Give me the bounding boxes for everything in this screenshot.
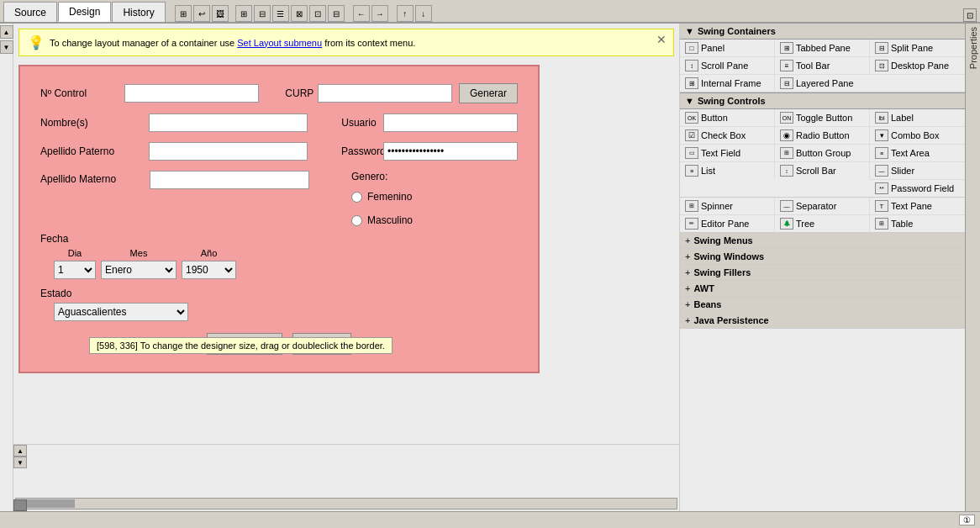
- toolbar-icon-4[interactable]: [230, 5, 234, 22]
- dia-dropdown[interactable]: 123: [54, 261, 96, 279]
- toolbar-icon-13[interactable]: ↑: [397, 5, 414, 22]
- comp-spinner[interactable]: ⊞ Spinner: [680, 198, 775, 214]
- radio-masculino[interactable]: [351, 215, 362, 226]
- tab-bar: Source Design History ⊞ ↩ 🖼 ⊞ ⊟ ☰ ⊠ ⊡ ⊟ …: [0, 0, 980, 24]
- comp-scroll-bar[interactable]: ↕ Scroll Bar: [775, 161, 870, 179]
- año-dropdown[interactable]: 19501951: [182, 261, 236, 279]
- comp-text-pane[interactable]: T Text Pane: [870, 198, 965, 214]
- comp-tabbed-pane[interactable]: ⊞ Tabbed Pane: [775, 40, 870, 56]
- form-row-3: Apellido Paterno Password: [40, 142, 518, 161]
- comp-editor-pane[interactable]: ✏ Editor Pane: [680, 214, 775, 232]
- section-swing-windows[interactable]: + Swing Windows: [680, 249, 965, 265]
- input-nombre[interactable]: [149, 114, 308, 132]
- design-canvas[interactable]: Nº Control CURP Generar Nombre(s) Usuari…: [13, 60, 679, 444]
- input-apellido-paterno[interactable]: [149, 142, 308, 161]
- comp-label[interactable]: lbl Label: [870, 109, 965, 126]
- mini-scroll-up[interactable]: ▲: [13, 445, 27, 457]
- swing-containers-grid: □ Panel ⊞ Tabbed Pane ⊟ Split Pane ↕ Scr…: [680, 40, 965, 92]
- input-ncontrol[interactable]: [124, 84, 259, 103]
- awt-expand-icon: +: [685, 283, 690, 293]
- comp-radio-button[interactable]: ◉ Radio Button: [775, 126, 870, 144]
- button-label: Button: [701, 113, 728, 123]
- tab-source[interactable]: Source: [3, 2, 57, 22]
- horizontal-scrollbar[interactable]: [15, 498, 677, 510]
- toolbar-icon-14[interactable]: ↓: [415, 5, 432, 22]
- fecha-section: Fecha Dia 123 Mes Enero: [40, 233, 518, 279]
- h-scroll-thumb[interactable]: [24, 499, 75, 508]
- año-col: Año 19501951: [182, 248, 236, 279]
- tool-bar-label: Tool Bar: [796, 61, 830, 71]
- text-area-label: Text Area: [891, 148, 930, 158]
- input-curp[interactable]: [318, 84, 452, 103]
- toolbar-icon-12[interactable]: →: [371, 5, 388, 22]
- toolbar-icon-8[interactable]: ⊠: [291, 5, 308, 22]
- comp-desktop-pane[interactable]: ⊡ Desktop Pane: [870, 56, 965, 74]
- comp-layered-pane[interactable]: ⊟ Layered Pane: [775, 74, 870, 92]
- comp-internal-frame[interactable]: ⊞ Internal Frame: [680, 74, 775, 92]
- status-bar: ①: [0, 511, 980, 528]
- scroll-up-btn[interactable]: ▲: [0, 25, 13, 39]
- toolbar-icon-7[interactable]: ☰: [272, 5, 289, 22]
- tab-history[interactable]: History: [112, 2, 165, 22]
- properties-sidebar[interactable]: Properties: [965, 24, 980, 511]
- toolbar-icon-1[interactable]: ⊞: [175, 5, 192, 22]
- text-pane-icon: T: [875, 200, 888, 212]
- button-group-icon: ⊞: [780, 147, 793, 159]
- mini-scroll-down[interactable]: ▼: [13, 457, 27, 468]
- comp-button-group[interactable]: ⊞ Button Group: [775, 144, 870, 161]
- scroll-down-btn[interactable]: ▼: [0, 40, 13, 54]
- comp-table[interactable]: ⊞ Table: [870, 214, 965, 232]
- editor-pane-icon: ✏: [685, 218, 698, 230]
- estado-dropdown[interactable]: Aguascalientes: [54, 303, 188, 321]
- comp-password-field[interactable]: ** Password Field: [870, 179, 965, 197]
- comp-slider[interactable]: — Slider: [870, 161, 965, 179]
- año-label: Año: [201, 248, 218, 258]
- comp-toggle-button[interactable]: ON Toggle Button: [775, 109, 870, 126]
- input-password[interactable]: [383, 142, 518, 161]
- comp-list[interactable]: ≡ List: [680, 161, 775, 179]
- radio-femenino[interactable]: [351, 192, 362, 203]
- section-beans[interactable]: + Beans: [680, 297, 965, 313]
- label-label: Label: [891, 113, 914, 123]
- section-java-persistence[interactable]: + Java Persistence: [680, 313, 965, 329]
- comp-tool-bar[interactable]: ≡ Tool Bar: [775, 56, 870, 74]
- comp-text-area[interactable]: ≡ Text Area: [870, 144, 965, 161]
- toolbar-icon-3[interactable]: 🖼: [212, 5, 229, 22]
- comp-text-field[interactable]: ▭ Text Field: [680, 144, 775, 161]
- label-password: Password: [341, 145, 383, 157]
- section-swing-fillers[interactable]: + Swing Fillers: [680, 265, 965, 281]
- toolbar-icon-10[interactable]: ⊟: [328, 5, 345, 22]
- tab-design[interactable]: Design: [58, 2, 111, 22]
- comp-split-pane[interactable]: ⊟ Split Pane: [870, 40, 965, 56]
- toolbar-icon-6[interactable]: ⊟: [254, 5, 271, 22]
- section-swing-menus[interactable]: + Swing Menus: [680, 233, 965, 249]
- tabbed-pane-label: Tabbed Pane: [796, 43, 851, 53]
- info-close-button[interactable]: ✕: [656, 33, 667, 46]
- combo-box-icon: ▾: [875, 129, 888, 141]
- generar-button[interactable]: Generar: [459, 83, 518, 103]
- toolbar-icon-9[interactable]: ⊡: [309, 5, 326, 22]
- comp-check-box[interactable]: ☑ Check Box: [680, 126, 775, 144]
- swing-controls-collapse-icon[interactable]: ▼: [685, 96, 694, 106]
- toolbar-icon-5[interactable]: ⊞: [235, 5, 252, 22]
- comp-button[interactable]: OK Button: [680, 109, 775, 126]
- swing-menus-expand-icon: +: [685, 235, 690, 246]
- mes-dropdown[interactable]: EneroFebrero: [101, 261, 177, 279]
- slider-label: Slider: [891, 166, 914, 176]
- genero-label: Genero:: [351, 171, 413, 182]
- mini-scroll-bar3[interactable]: [13, 499, 27, 511]
- section-awt[interactable]: + AWT: [680, 281, 965, 297]
- toolbar-icon-11[interactable]: ←: [353, 5, 370, 22]
- toolbar-icon-2[interactable]: ↩: [193, 5, 210, 22]
- comp-combo-box[interactable]: ▾ Combo Box: [870, 126, 965, 144]
- input-usuario[interactable]: [383, 114, 518, 132]
- comp-scroll-pane[interactable]: ↕ Scroll Pane: [680, 56, 775, 74]
- form-row-1: Nº Control CURP Generar: [40, 83, 518, 103]
- comp-separator[interactable]: — Separator: [775, 198, 870, 214]
- comp-tree[interactable]: 🌲 Tree: [775, 214, 870, 232]
- comp-panel[interactable]: □ Panel: [680, 40, 775, 56]
- maximize-button[interactable]: ⊡: [963, 8, 977, 22]
- input-apellido-materno[interactable]: [150, 171, 309, 189]
- radio-femenino-row: Femenino: [351, 191, 413, 203]
- swing-containers-collapse-icon[interactable]: ▼: [685, 26, 694, 36]
